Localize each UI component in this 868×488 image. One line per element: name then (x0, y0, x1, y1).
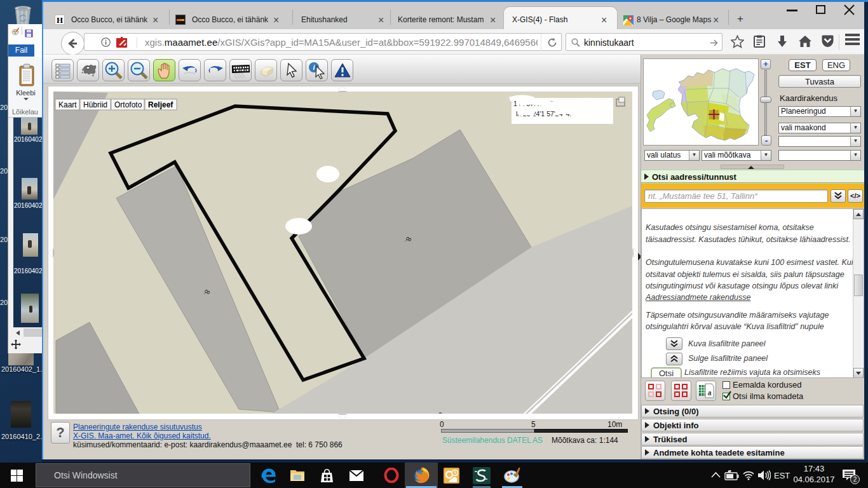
svg-text:Kaart: Kaart (58, 100, 77, 109)
svg-text:a: a (708, 390, 712, 396)
svg-text:Hübriid: Hübriid (83, 100, 107, 109)
svg-text:Reljeef: Reljeef (148, 100, 173, 109)
svg-text:Ortofoto: Ortofoto (114, 100, 142, 109)
